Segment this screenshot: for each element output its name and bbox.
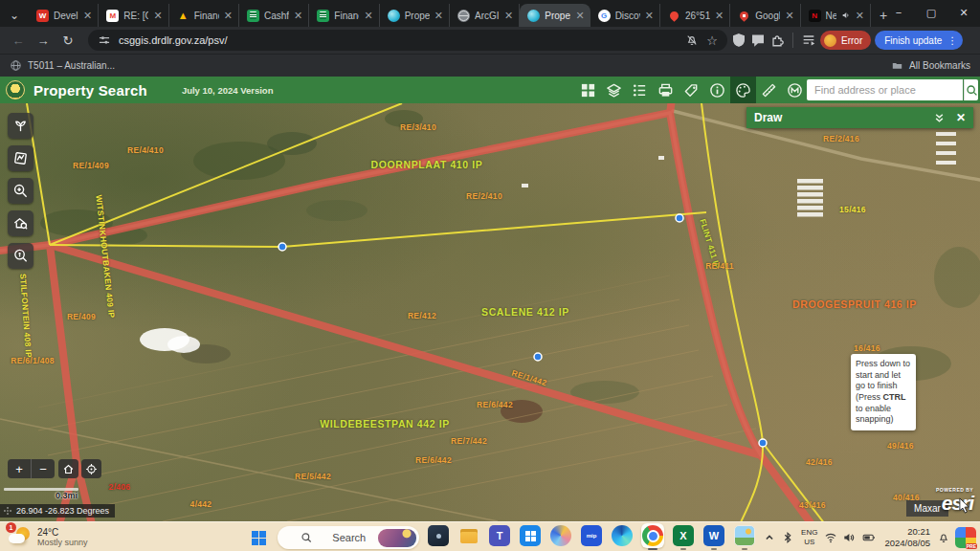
tab-close-icon[interactable]: ✕	[153, 10, 162, 22]
bookmark-item[interactable]: T5011 – Australian...	[10, 59, 115, 72]
volume-icon[interactable]	[842, 531, 856, 544]
back-button[interactable]: ←	[8, 30, 29, 51]
home-button[interactable]	[58, 459, 78, 478]
tab-close-icon[interactable]: ✕	[856, 10, 864, 22]
address-search-input[interactable]	[807, 79, 963, 100]
reading-list-icon[interactable]	[801, 33, 816, 48]
draw-tooltip-text2: to enable snapping)	[856, 404, 894, 425]
extension-chat-icon[interactable]	[750, 33, 766, 48]
zoom-out-button[interactable]: −	[32, 459, 55, 478]
tray-chevron-up-icon[interactable]	[763, 531, 776, 544]
browser-tab[interactable]: Discov ✕	[590, 4, 660, 27]
taskbar-copilot[interactable]	[549, 525, 572, 550]
browser-tab[interactable]: Devel ✕	[29, 4, 99, 27]
zoom-in-button[interactable]: +	[8, 459, 32, 478]
print-button[interactable]	[653, 77, 679, 103]
weather-widget[interactable]: 1 24°C Mostly sunny	[8, 525, 88, 549]
bookmark-star-icon[interactable]: ☆	[706, 33, 718, 48]
tab-search-chevron-icon[interactable]: ⌄	[0, 4, 29, 27]
coordinates-text: 26.904 -26.823 Degrees	[16, 506, 109, 516]
tray-date: 2024/08/05	[884, 538, 930, 548]
taskbar-taskview[interactable]	[427, 525, 450, 550]
tab-close-icon[interactable]: ✕	[364, 10, 372, 22]
address-search-button[interactable]	[964, 79, 978, 100]
tab-close-icon[interactable]: ✕	[224, 10, 233, 22]
address-bar[interactable]: csggis.drdlr.gov.za/psv/ ☆	[88, 30, 727, 51]
language-indicator[interactable]: ENGUS	[799, 528, 819, 545]
start-button[interactable]	[247, 526, 270, 549]
tab-close-icon[interactable]: ✕	[785, 10, 793, 22]
taskbar-teams[interactable]	[488, 525, 511, 550]
tab-close-icon[interactable]: ✕	[294, 10, 302, 22]
tab-close-icon[interactable]: ✕	[434, 10, 443, 22]
taskbar-search[interactable]: Search	[278, 526, 419, 549]
extensions-puzzle-icon[interactable]	[769, 33, 785, 48]
tab-close-icon[interactable]: ✕	[83, 10, 92, 22]
tab-favicon	[247, 10, 259, 22]
browser-tabs: Devel ✕ RE: [C ✕ Financ ✕	[29, 0, 871, 27]
browser-tab[interactable]: Cashfl ✕	[239, 4, 309, 27]
bluetooth-icon[interactable]	[781, 531, 794, 544]
tab-close-icon[interactable]: ✕	[504, 10, 513, 22]
basemap-gallery-button[interactable]	[575, 77, 601, 103]
all-bookmarks-button[interactable]: All Bookmarks	[891, 59, 970, 72]
extension-shield-icon[interactable]	[731, 33, 746, 48]
window-minimize-button[interactable]: −	[882, 0, 915, 25]
map-canvas[interactable]: RE/4/410 RE/1/409 RE/3/410 DOORNPLAAT 41…	[0, 103, 980, 521]
taskbar-chrome[interactable]	[641, 525, 664, 550]
running-indicator	[648, 548, 657, 551]
legend-button[interactable]	[627, 77, 653, 103]
browser-tab[interactable]: Googl ✕	[730, 4, 800, 27]
tool-erf-search[interactable]	[8, 178, 33, 204]
forward-button[interactable]: →	[33, 30, 54, 51]
taskbar-photos[interactable]	[733, 525, 756, 550]
window-maximize-button[interactable]: ▢	[915, 0, 947, 25]
browser-tab[interactable]: Prope ✕	[380, 4, 450, 27]
taskbar-mip-app[interactable]	[580, 525, 603, 550]
tab-close-icon[interactable]: ✕	[645, 10, 654, 22]
taskbar-word[interactable]	[702, 525, 725, 550]
browser-tab[interactable]: RE: [C ✕	[99, 4, 168, 27]
window-close-button[interactable]: ✕	[947, 0, 980, 25]
bookmarks-bar: T5011 – Australian... All Bookmarks	[0, 54, 980, 77]
tab-label: Prope	[545, 11, 570, 21]
mapillary-button[interactable]	[782, 77, 808, 103]
draw-panel-close-icon[interactable]: ✕	[956, 111, 966, 124]
screen-capture-pre-icon[interactable]	[955, 527, 976, 548]
taskbar-store[interactable]	[519, 525, 542, 550]
browser-tab[interactable]: Prope ✕	[520, 4, 590, 27]
tool-land-capability[interactable]	[8, 113, 33, 139]
browser-tab[interactable]: Financ ✕	[309, 4, 379, 27]
select-parcel-button[interactable]	[679, 77, 704, 103]
tool-farm-search[interactable]	[8, 210, 33, 236]
finish-update-button[interactable]: Finish update ⋮	[875, 31, 963, 50]
tab-audio-icon[interactable]	[841, 11, 851, 20]
battery-icon[interactable]	[860, 531, 878, 544]
browser-tab[interactable]: ArcGI ✕	[450, 4, 520, 27]
tab-close-icon[interactable]: ✕	[715, 10, 724, 22]
taskbar-file-explorer[interactable]	[457, 525, 480, 550]
clock[interactable]: 20:21 2024/08/05	[882, 526, 932, 549]
site-settings-icon[interactable]	[98, 33, 111, 47]
parcel-label: 2/406	[109, 482, 131, 492]
notifications-bell-icon[interactable]	[937, 531, 950, 544]
info-button[interactable]	[704, 77, 730, 103]
tool-place-search[interactable]	[8, 243, 33, 269]
wifi-icon[interactable]	[824, 531, 837, 544]
draw-panel-collapse-icon[interactable]	[932, 111, 947, 125]
profile-error-button[interactable]: Error	[820, 31, 871, 50]
draw-button[interactable]	[730, 77, 756, 103]
browser-tab[interactable]: Ne ✕	[801, 4, 871, 27]
browser-tab[interactable]: 26°51' ✕	[660, 4, 730, 27]
taskbar-excel[interactable]	[672, 525, 695, 550]
layers-button[interactable]	[601, 77, 627, 103]
reload-button[interactable]: ↻	[57, 30, 78, 51]
tab-close-icon[interactable]: ✕	[575, 10, 584, 22]
notifications-blocked-icon[interactable]	[685, 33, 699, 47]
taskbar-edge[interactable]	[611, 525, 634, 550]
measure-button[interactable]	[756, 77, 782, 103]
browser-menu-kebab-icon[interactable]: ⋮	[947, 35, 957, 46]
tool-field-crops[interactable]	[8, 145, 33, 171]
browser-tab[interactable]: Financ ✕	[169, 4, 239, 27]
locate-button[interactable]	[81, 459, 101, 478]
